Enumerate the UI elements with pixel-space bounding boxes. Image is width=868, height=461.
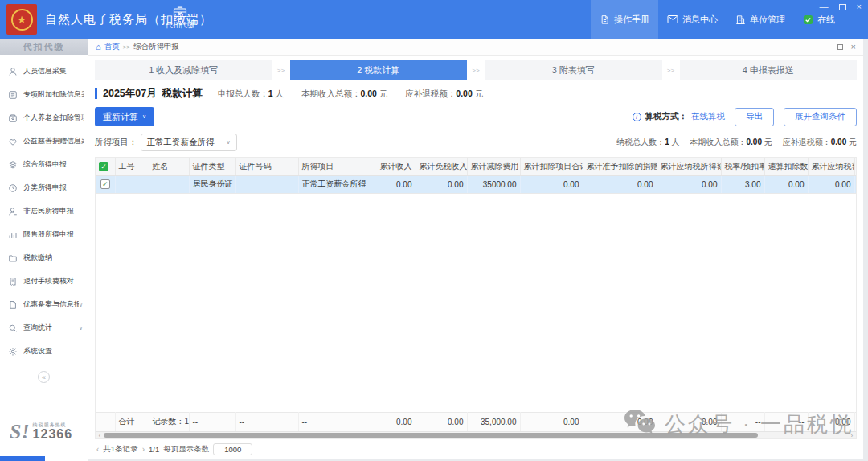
right-tools: i 算税方式： 在线算税 导出 展开查询条件 [633,108,858,126]
stat: 应补退税额：0.00 元 [405,88,483,100]
window-close-icon[interactable]: × [857,2,862,11]
panel-close-icon[interactable]: × [851,43,856,51]
clock-icon [8,183,18,193]
sidebar-item-7[interactable]: 限售股所得申报 [0,223,88,246]
receipt-icon [8,277,18,286]
breadcrumb: ⌂ 首页 >> 综合所得申报 × [88,39,863,56]
prev-page-icon[interactable]: ‹ [96,445,99,454]
table-cell: 0.00 [416,175,467,193]
sidebar-item-label: 人员信息采集 [23,66,67,76]
tab-withholding-module[interactable]: 代扣代缴 [162,6,198,31]
sidebar-collapse-button[interactable]: « [38,371,50,383]
chart-icon [8,230,18,240]
page-indicator: 1/1 [149,445,159,454]
sidebar-item-label: 优惠备案与信息报送 [23,299,79,310]
scrollbar-thumb[interactable] [104,433,758,438]
table-cell [115,175,149,193]
sidebar-item-4[interactable]: 综合所得申报 [0,153,88,176]
income-item-value: 正常工资薪金所得 [147,137,215,148]
sidebar-item-label: 专项附加扣除信息采集 [23,89,84,100]
manual-icon [600,14,610,25]
column-header: 证件类型 [189,158,235,175]
pension-icon [8,113,18,123]
scroll-left-icon[interactable]: ‹ [96,433,104,438]
table-head-and-rows: ✓工号姓名证件类型证件号码所得项目累计收入累计免税收入累计减除费用累计扣除项目合… [96,158,856,194]
titlebar: — × ★ 自然人电子税务局（扣缴端） 代扣代缴 操作手册 消息中心 单位管理 … [0,0,868,39]
summary-cell: 35,000.00 [467,412,520,431]
per-page-input[interactable]: 1000 [213,443,252,455]
expand-query-button[interactable]: 展开查询条件 [784,108,857,126]
header-action-1[interactable]: 消息中心 [658,0,727,39]
table-summary-row: 合计记录数：1------0.000.0035,000.000.000.000.… [96,412,856,431]
sidebar-item-6[interactable]: 非居民所得申报 [0,200,88,223]
calc-mode-label: 算税方式： [645,111,688,122]
income-item-label: 所得项目： [95,137,137,148]
export-button[interactable]: 导出 [735,108,774,126]
search-icon [8,323,18,333]
sidebar-item-label: 系统设置 [23,346,52,356]
column-header: 累计应纳税所得额 [657,158,721,175]
app-window: — × ★ 自然人电子税务局（扣缴端） 代扣代缴 操作手册 消息中心 单位管理 … [0,0,868,461]
chevron-down-icon: ∨ [142,113,146,120]
sidebar-item-8[interactable]: 税款缴纳 [0,246,88,270]
sidebar-item-3[interactable]: 公益慈善捐赠信息采集 [0,130,88,153]
stat: 应补退税额：0.00 元 [783,137,857,148]
sidebar-item-10[interactable]: 优惠备案与信息报送 ∨ [0,293,88,316]
table-row[interactable]: ✓居民身份证正常工资薪金所得0.000.0035000.000.000.000.… [96,175,856,193]
sidebar-item-9[interactable]: 退付手续费核对 [0,270,88,293]
home-icon[interactable]: ⌂ [96,43,101,51]
person-icon [8,207,18,216]
sidebar-item-12[interactable]: 系统设置 [0,340,88,363]
breadcrumb-home[interactable]: 首页 [104,42,120,52]
list-icon [8,90,18,100]
scroll-right-icon[interactable]: › [848,433,856,438]
calc-mode-link[interactable]: 在线算税 [691,111,725,122]
sidebar-item-label: 限售股所得申报 [23,229,74,240]
sidebar-item-11[interactable]: 查询统计 ∨ [0,316,88,340]
filter-row: 所得项目： 正常工资薪金所得 ∨ 纳税总人数：1 人本期收入总额：0.00 元应… [95,134,857,151]
step-tab-4[interactable]: 4 申报表报送 [680,60,858,80]
sidebar-item-0[interactable]: 人员信息采集 [0,60,88,83]
column-header: 累计减免税额 [854,158,856,175]
step-separator: >> [272,67,290,74]
summary-cell: 0.00 [657,412,721,431]
table-cell: 35000.00 [467,175,520,193]
header-action-2[interactable]: 单位管理 [727,0,794,39]
chevron-down-icon: ∨ [79,325,84,331]
recalculate-button[interactable]: 重新计算 ∨ [95,107,154,126]
tax-calc-content: 2025年07月 税款计算 申报总人数：1 人本期收入总额：0.00 元应补退税… [88,80,863,459]
sidebar-item-label: 分类所得申报 [23,183,67,193]
summary-cell: -- [298,412,366,431]
user-icon [8,67,18,76]
select-all-checkbox[interactable]: ✓ [99,162,108,171]
table-header-row: ✓工号姓名证件类型证件号码所得项目累计收入累计免税收入累计减除费用累计扣除项目合… [96,158,856,175]
summary-cell: -- [764,412,808,431]
panel-maximize-icon[interactable] [837,44,843,50]
hotline-number: 12366 [33,427,73,442]
sidebar-item-2[interactable]: 个人养老金扣除管理 [0,106,88,130]
table-cell [149,175,189,193]
pagination: ‹ 共1条记录 › 1/1 每页显示条数 1000 [95,439,857,459]
sidebar-item-1[interactable]: 专项附加扣除信息采集 [0,83,88,106]
step-tab-2[interactable]: 2 税款计算 [290,60,468,80]
donation-icon [8,137,18,146]
horizontal-scrollbar[interactable]: ‹ › [96,431,856,438]
step-tab-3[interactable]: 3 附表填写 [485,60,662,80]
header-action-3[interactable]: 在线 [794,0,844,39]
sidebar-item-5[interactable]: 分类所得申报 [0,176,88,200]
sidebar-item-label: 退付手续费核对 [23,276,74,286]
layers-icon [8,160,18,170]
breadcrumb-separator: >> [123,43,130,51]
header-action-0[interactable]: 操作手册 [591,0,658,39]
next-page-icon[interactable]: › [142,445,145,454]
summary-cell: 0.00 [366,412,416,431]
column-header: 累计应纳税额 [808,158,854,175]
title-accent-bar [95,88,97,99]
header-action-label: 操作手册 [614,14,649,26]
app-logo: ★ [6,4,37,35]
step-tab-1[interactable]: 1 收入及减除填写 [95,60,272,80]
row-checkbox[interactable]: ✓ [100,179,110,189]
income-item-select[interactable]: 正常工资薪金所得 ∨ [141,134,237,151]
toolbar-stats: 申报总人数：1 人本期收入总额：0.00 元应补退税额：0.00 元 [218,88,483,100]
period-label: 2025年07月 [103,87,157,101]
